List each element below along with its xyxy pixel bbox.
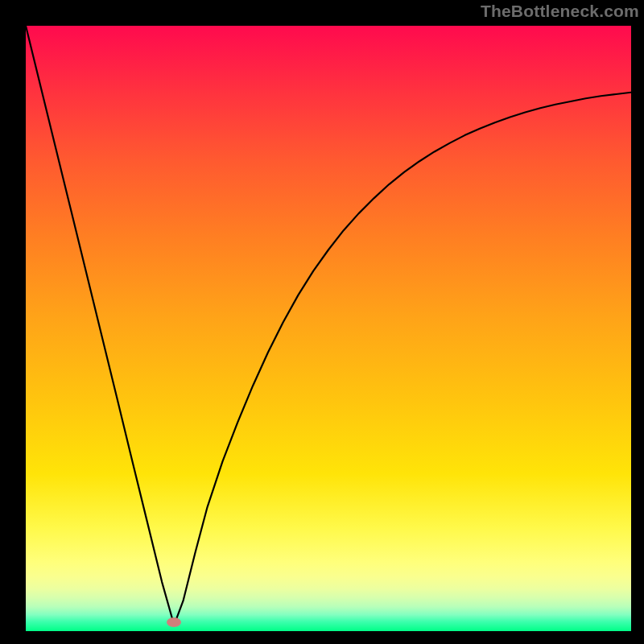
curve-layer <box>26 26 631 631</box>
minimum-marker <box>167 617 181 627</box>
chart-stage: TheBottleneck.com <box>0 0 644 644</box>
plot-area <box>26 26 631 631</box>
watermark-text: TheBottleneck.com <box>481 2 639 21</box>
bottleneck-curve <box>26 26 631 625</box>
